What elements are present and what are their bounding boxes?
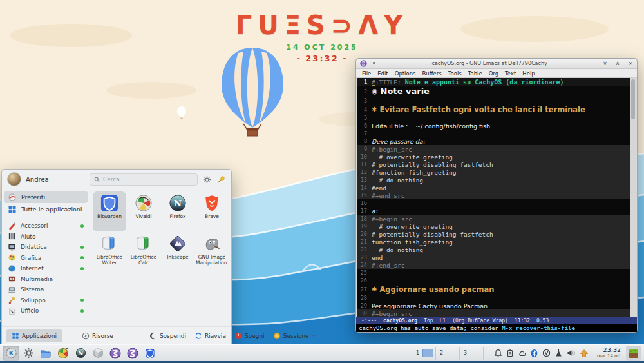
footer-button-sospendi[interactable]: Sospendi	[149, 332, 186, 340]
menu-help[interactable]: Help	[519, 70, 538, 77]
emacs-line[interactable]: 1#+TITLE: Note e appunti su CachyOS (da …	[357, 78, 630, 86]
pager-desktop-2[interactable]: 2	[435, 347, 459, 360]
sidebar-item-internet[interactable]: Internet	[2, 263, 90, 274]
sidebar-item-accessori[interactable]: Accessori	[2, 221, 90, 231]
emacs-line[interactable]: 9#+begin_src	[357, 145, 630, 153]
grass-block-app-button[interactable]	[626, 346, 641, 361]
emacs-task-button-2[interactable]	[125, 346, 140, 361]
configure-gear-icon[interactable]	[202, 175, 212, 184]
sidebar-item-sviluppo[interactable]: Sviluppo	[2, 295, 90, 306]
pin-icon[interactable]	[216, 175, 226, 184]
footer-menu-sessione[interactable]: Sessione ▾	[273, 332, 315, 340]
app-bitwarden[interactable]: Bitwarden	[93, 191, 126, 231]
emacs-titlebar[interactable]: cachyOS.org - GNU Emacs at Dell7790Cachy…	[356, 59, 637, 69]
emacs-line[interactable]: 26	[357, 277, 630, 284]
emacs-line[interactable]: 15#+end_src	[357, 191, 630, 199]
footer-button-riavvia[interactable]: Riavvia	[194, 332, 226, 340]
emacs-line[interactable]: 22 # do nothing	[357, 246, 630, 253]
menu-edit[interactable]: Edit	[374, 70, 391, 77]
sidebar-item-sistema[interactable]: Sistema	[2, 284, 90, 295]
minimize-icon[interactable]: ∨	[603, 61, 607, 66]
digital-clock[interactable]: 23:32 mar 14 ott	[597, 347, 621, 358]
sidebar-item-aiuto[interactable]: Aiuto	[2, 231, 90, 242]
sidebar-item-preferiti[interactable]: Preferiti	[4, 191, 88, 203]
emacs-line[interactable]: 8Deve passare da:	[357, 137, 630, 145]
footer-button-spegni[interactable]: Spegni	[234, 332, 265, 340]
cube-app-button[interactable]	[90, 346, 106, 361]
menu-table[interactable]: Table	[465, 70, 486, 77]
bluetooth-icon[interactable]	[530, 349, 538, 358]
volume-icon[interactable]	[567, 349, 576, 357]
app-libreoffice-writer[interactable]: LibreOffice Writer	[93, 232, 126, 272]
emacs-line[interactable]: 16	[357, 199, 630, 207]
sidebar-item-didattica[interactable]: Didattica	[2, 242, 90, 253]
emacs-line[interactable]: 23end	[357, 253, 630, 261]
app-inkscape[interactable]: Inkscape	[161, 232, 194, 272]
emacs-line[interactable]: 4✱Evitare Fastfetch ogni volta che lanci…	[357, 104, 630, 114]
search-input[interactable]	[103, 176, 180, 182]
emacs-line[interactable]: 11# potentially disabling fastfetch	[357, 161, 630, 168]
maximize-icon[interactable]: ∧	[616, 61, 620, 66]
footer-tab-risorse[interactable]: Risorse	[82, 332, 113, 340]
scrollbar-thumb[interactable]	[631, 79, 635, 119]
network-signal-icon[interactable]	[554, 349, 563, 357]
emacs-line[interactable]: 10 # overwrite greeting	[357, 153, 630, 161]
keep-above-pin-icon[interactable]	[370, 61, 376, 66]
emacs-line[interactable]: 21function fish_greeting	[357, 238, 630, 246]
emacs-line[interactable]: 6Edita il file : ~/.config/fish/config.f…	[357, 122, 630, 130]
emacs-line[interactable]: 17a:	[357, 207, 630, 215]
emacs-line[interactable]: 5	[357, 114, 630, 122]
footer-tab-applicazioni[interactable]: Applicazioni	[6, 329, 62, 342]
file-manager-button[interactable]	[38, 346, 53, 361]
updates-available-icon[interactable]	[580, 349, 589, 358]
vault-icon[interactable]	[542, 349, 551, 357]
emacs-line[interactable]: 7	[357, 130, 630, 137]
pager-desktop-1[interactable]: 1	[412, 347, 435, 360]
emacs-buffer[interactable]: 1#+TITLE: Note e appunti su CachyOS (da …	[356, 78, 637, 317]
emacs-line[interactable]: 2◉Note varie	[357, 86, 630, 97]
emacs-line[interactable]: 24#+end_src	[357, 261, 630, 269]
emacs-line[interactable]: 27✱Aggiornare usando pacman	[357, 284, 630, 294]
notifications-bell-icon[interactable]	[494, 349, 502, 357]
libreoffice-writer-icon	[100, 235, 118, 253]
app-gimp[interactable]: GNU Image Manipulation...	[195, 232, 229, 272]
menu-text[interactable]: Text	[502, 70, 519, 77]
app-vivaldi[interactable]: Vivaldi	[127, 191, 160, 231]
emacs-line[interactable]: 25	[357, 269, 630, 277]
menu-file[interactable]: File	[359, 70, 374, 77]
emacs-task-button-1[interactable]	[108, 346, 123, 361]
menu-buffers[interactable]: Buffers	[419, 70, 445, 77]
sidebar-item-grafica[interactable]: Grafica	[2, 253, 90, 264]
sidebar-item-ufficio[interactable]: Ufficio	[2, 306, 90, 317]
kde-menu-button[interactable]: K	[3, 346, 19, 361]
sidebar-item-multimedia[interactable]: Multimedia	[2, 274, 90, 285]
app-libreoffice-calc[interactable]: LibreOffice Calc	[127, 232, 160, 272]
menu-tools[interactable]: Tools	[445, 70, 465, 77]
menu-options[interactable]: Options	[392, 70, 419, 77]
pager-desktop-3[interactable]: 3	[459, 347, 483, 360]
web-browser-button[interactable]: N	[73, 346, 88, 361]
clipboard-icon[interactable]	[506, 349, 514, 357]
emacs-line[interactable]: 14#end	[357, 184, 630, 191]
emacs-line[interactable]: 30#+begin_src	[357, 309, 630, 317]
sidebar-item-tutte-le-applicazioni[interactable]: Tutte le applicazioni	[4, 203, 88, 215]
emacs-line[interactable]: 3	[357, 97, 630, 104]
emacs-line[interactable]: 19 # overwrite greeting	[357, 222, 630, 230]
emacs-line[interactable]: 29Per aggiornare Cachy usando Pacman	[357, 302, 630, 309]
bitwarden-task-button[interactable]	[142, 346, 158, 361]
menu-org[interactable]: Org	[486, 70, 502, 77]
emacs-line[interactable]: 13 # do nothing	[357, 176, 630, 184]
emacs-scrollbar[interactable]	[630, 78, 636, 317]
app-firefox[interactable]: N Firefox	[161, 191, 194, 231]
graphics-app-button[interactable]	[55, 346, 71, 361]
user-avatar[interactable]	[7, 172, 21, 186]
search-box[interactable]	[90, 173, 198, 186]
emacs-line[interactable]: 20# potentially disabling fastfetch	[357, 230, 630, 238]
system-settings-button[interactable]	[21, 346, 36, 361]
app-brave[interactable]: Brave	[195, 191, 229, 231]
emacs-line[interactable]: 28	[357, 294, 630, 302]
close-icon[interactable]: ×	[628, 61, 633, 66]
emacs-line[interactable]: 12#function fish_greeting	[357, 168, 630, 176]
emacs-line[interactable]: 18#+begin_src	[357, 215, 630, 222]
cloud-sync-icon[interactable]	[518, 349, 526, 357]
